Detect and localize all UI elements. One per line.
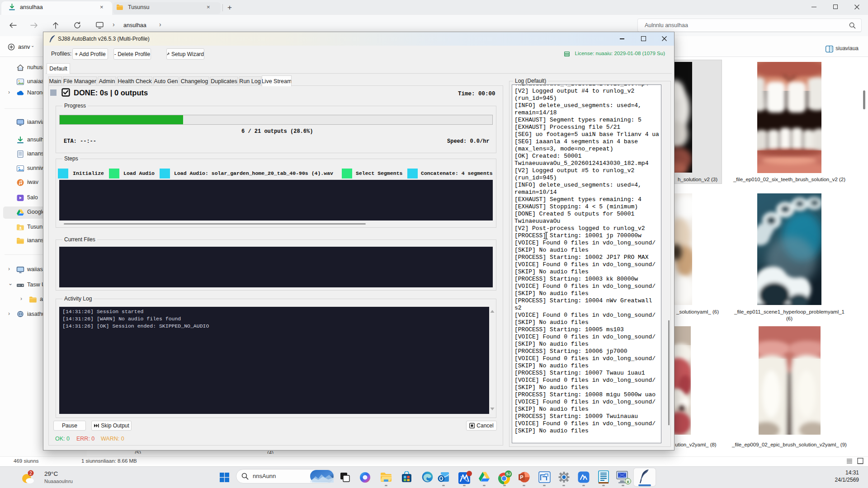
svg-text:2: 2 bbox=[29, 471, 32, 476]
svg-text:SJ: SJ bbox=[506, 472, 511, 476]
svg-text:P: P bbox=[520, 474, 523, 480]
svg-text:x: x bbox=[627, 479, 629, 484]
